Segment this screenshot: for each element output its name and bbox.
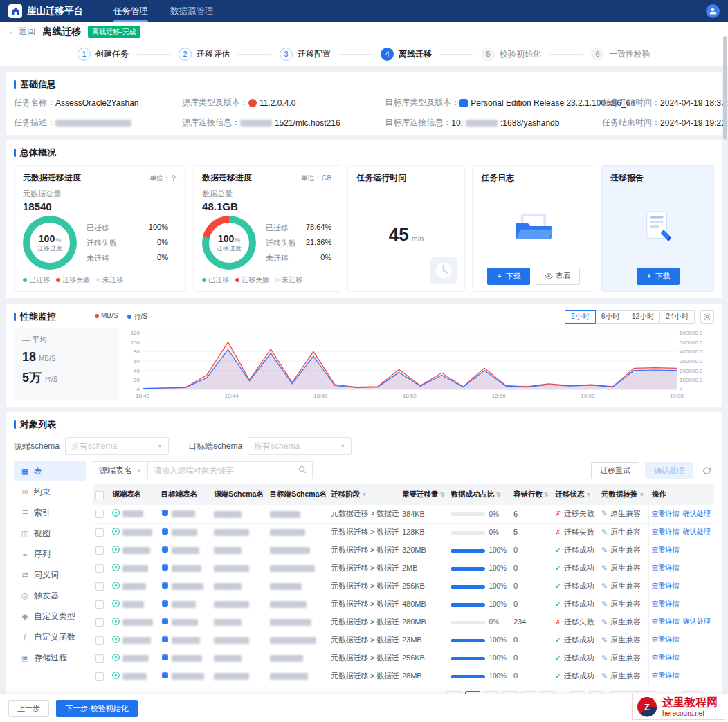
stepper-step-4[interactable]: 4离线迁移 [381,48,432,61]
edit-icon[interactable]: ✎ [601,636,608,644]
svg-text:40: 40 [134,368,140,374]
stepper-step-5[interactable]: 5校验初始化 [482,48,541,61]
yashandb-icon [459,99,468,107]
view-detail-link[interactable]: 查看详情 [652,654,680,661]
view-detail-link[interactable]: 查看详情 [652,546,680,553]
log-download-button[interactable]: 下载 [487,268,530,285]
edit-icon[interactable]: ✎ [601,600,608,608]
confirm-handle-link[interactable]: 确认处理 [683,618,711,625]
edit-icon[interactable]: ✎ [601,509,608,517]
row-checkbox[interactable] [95,564,104,573]
confirm-handle-button[interactable]: 确认处理 [645,462,693,479]
sort-icon[interactable]: ⇅ [495,491,500,498]
overview-cards: 元数据迁移进度单位：个 元数据总量18540 100%迁移进度 已迁移100%迁… [14,165,714,292]
folder-icon [481,184,585,268]
search-type-select[interactable]: 源端表名▼ [93,461,148,479]
search-input[interactable] [154,466,294,474]
confirm-handle-link[interactable]: 确认处理 [683,528,711,535]
object-row: 元数据迁移 > 数据迁移 128KB 0% 5 ✗迁移失败 ✎原生兼容 查看详情… [93,523,714,541]
user-avatar[interactable] [706,4,720,18]
stepper-step-6[interactable]: 6一致性校验 [591,48,650,61]
sort-icon[interactable]: ⇅ [544,491,549,498]
column-header[interactable]: 元数据转换▼ [599,484,648,505]
nav-tab-1[interactable]: 数据源管理 [159,0,225,22]
confirm-handle-link[interactable]: 确认处理 [683,510,711,517]
svg-text:0: 0 [137,387,140,393]
edit-icon[interactable]: ✎ [601,582,608,590]
edit-icon[interactable]: ✎ [601,564,608,572]
report-download-button[interactable]: 下载 [637,268,680,285]
refresh-icon[interactable] [699,463,714,478]
object-type-item[interactable]: ◫视图 [14,524,86,543]
source-table-icon [112,672,120,681]
row-checkbox[interactable] [95,546,104,555]
object-type-item[interactable]: ≡序列 [14,544,86,564]
redacted-target-schema [270,583,302,590]
filter-icon[interactable]: ▼ [361,491,367,498]
time-range-button[interactable]: 6小时 [595,310,626,324]
column-header[interactable]: 需要迁移量⇅ [399,484,448,505]
object-type-item[interactable]: ▣存储过程 [14,648,86,667]
clock-illustration [428,255,459,286]
object-type-item[interactable]: ⇄同义词 [14,565,86,584]
nav-tab-0[interactable]: 任务管理 [102,0,159,22]
column-header[interactable]: 迁移状态▼ [552,484,598,505]
row-checkbox[interactable] [95,636,104,645]
object-type-item[interactable]: ▦表 [14,461,86,481]
object-type-item[interactable]: ◎触发器 [14,586,86,605]
size-cell: 256KB [399,577,448,595]
log-view-button[interactable]: 查看 [536,268,580,285]
back-link[interactable]: ← 返回 [8,26,35,37]
stepper-step-2[interactable]: 2迁移评估 [179,48,230,61]
filter-icon[interactable]: ▼ [585,491,591,498]
row-checkbox[interactable] [95,672,104,681]
schema-select[interactable]: 所有schema▼ [65,437,169,455]
previous-step-button[interactable]: 上一步 [8,700,49,717]
view-detail-link[interactable]: 查看详情 [652,600,680,607]
view-detail-link[interactable]: 查看详情 [652,510,680,517]
scrollbar-thumb[interactable] [723,36,727,140]
header-select-all-checkbox[interactable] [95,491,104,499]
filter-icon[interactable]: ▼ [639,491,644,498]
search-box [148,461,313,479]
view-detail-link[interactable]: 查看详情 [652,618,680,625]
row-checkbox[interactable] [95,600,104,609]
column-header[interactable]: 迁移阶段▼ [328,484,399,505]
settings-gear-icon[interactable] [700,310,714,324]
row-checkbox[interactable] [95,510,104,518]
object-type-item[interactable]: ◆自定义类型 [14,607,86,626]
edit-icon[interactable]: ✎ [601,528,608,536]
size-cell: 384KB [399,505,448,523]
object-type-item[interactable]: ≣索引 [14,503,86,522]
row-checkbox[interactable] [95,582,104,591]
time-range-button[interactable]: 12小时 [626,310,661,324]
status-cell: ✗迁移失败 [552,505,598,523]
stepper-step-3[interactable]: 3迁移配置 [280,48,331,61]
object-type-item[interactable]: ƒ自定义函数 [14,627,86,647]
next-step-button[interactable]: 下一步·校验初始化 [56,700,138,717]
view-detail-link[interactable]: 查看详情 [652,528,680,535]
edit-icon[interactable]: ✎ [601,672,608,680]
view-detail-link[interactable]: 查看详情 [652,636,680,643]
schema-select[interactable]: 所有schema▼ [248,437,352,455]
column-header[interactable]: 容错行数⇅ [511,484,552,505]
view-detail-link[interactable]: 查看详情 [652,582,680,589]
time-range-button[interactable]: 24小时 [659,310,695,324]
view-detail-link[interactable]: 查看详情 [652,564,680,571]
edit-icon[interactable]: ✎ [601,618,608,626]
stepper-step-1[interactable]: 1创建任务 [78,48,129,61]
object-type-item[interactable]: ⊞约束 [14,482,86,501]
actions-cell: 查看详情 [648,667,714,685]
column-header[interactable]: 数据成功占比⇅ [448,484,511,505]
edit-icon[interactable]: ✎ [601,546,608,554]
view-detail-link[interactable]: 查看详情 [652,672,680,679]
search-icon[interactable] [298,465,307,476]
row-checkbox[interactable] [95,528,104,537]
actions-cell: 查看详情确认处理 [648,613,714,631]
row-checkbox[interactable] [95,618,104,627]
sort-icon[interactable]: ⇅ [439,491,444,498]
retry-migration-button[interactable]: 迁移重试 [591,462,639,479]
time-range-button[interactable]: 2小时 [565,310,596,324]
edit-icon[interactable]: ✎ [601,654,608,662]
row-checkbox[interactable] [95,654,104,663]
